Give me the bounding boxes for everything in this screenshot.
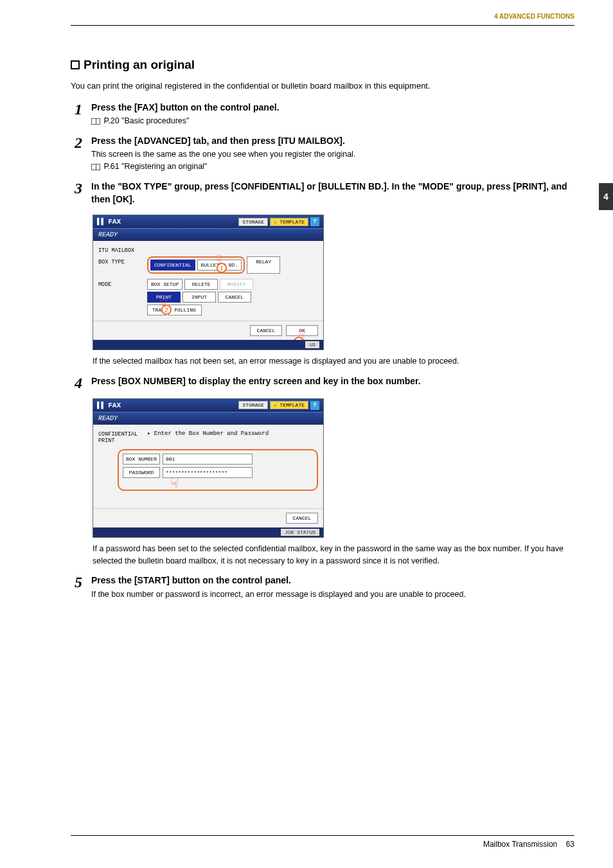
status-chip: US [305,341,319,348]
step-2: 2 Press the [ADVANCED] tab, and then pre… [71,135,574,173]
modify-button[interactable]: MODIFY [220,279,253,290]
storage-button[interactable]: STORAGE [238,401,268,409]
fax-screen-boxnumber: ▌▌ FAX STORAGE ☆ TEMPLATE ? READY CONFID… [93,398,324,538]
hand-icon: ☟ [160,297,167,311]
confidential-button[interactable]: CONFIDENTIAL [150,260,195,270]
confidential-print-label: CONFIDENTIAL PRINT [98,429,143,444]
boxtype-label: BOX TYPE [98,256,143,265]
box-number-field[interactable]: 001 [163,454,253,465]
step-number: 4 [71,375,82,391]
step-4: 4 Press [BOX NUMBER] to display the entr… [71,375,574,391]
square-bullet-icon [71,60,80,69]
hand-icon: ☟ [215,252,222,267]
section-title: Printing an original [71,58,574,72]
step-ref: P.61 "Registering an original" [91,161,574,173]
step-1: 1 Press the [FAX] button on the control … [71,102,574,127]
fax-label: FAX [108,218,121,226]
delete-button[interactable]: DELETE [184,279,218,290]
ready-bar: READY [93,412,323,425]
boxtype-highlight: CONFIDENTIAL BULLETIN BD. [147,256,245,274]
step-5: 5 Press the [START] button on the contro… [71,574,574,600]
step3-note: If the selected mailbox has not been set… [93,355,574,368]
book-icon [91,164,100,170]
screen-statusbar: JOB STATUS [93,527,323,537]
step-title: Press the [START] button on the control … [91,574,574,587]
step-3: 3 In the "BOX TYPE" group, press [CONFID… [71,181,574,207]
step-number: 3 [71,181,82,207]
step-title: Press [BOX NUMBER] to display the entry … [91,375,574,388]
section-title-text: Printing an original [84,58,195,72]
step-subtext: This screen is the same as the one you s… [91,148,574,161]
relay-button[interactable]: RELAY [247,256,280,274]
footer-page: 63 [566,840,574,849]
step-title: Press the [ADVANCED] tab, and then press… [91,135,574,148]
itu-mailbox-label: ITU MAILBOX [98,245,143,254]
password-button[interactable]: PASSWORD [123,467,160,478]
step-title: Press the [FAX] button on the control pa… [91,102,574,114]
input-button[interactable]: INPUT [182,292,216,303]
page-footer: Mailbox Transmission 63 [71,835,574,849]
chapter-tab: 4 [599,183,613,210]
step4-note: If a password has been set to the select… [93,543,574,567]
cancel-button[interactable]: CANCEL [286,513,318,524]
mode-label: MODE [98,279,143,288]
template-button[interactable]: ☆ TEMPLATE [270,401,308,409]
section-intro: You can print the original registered in… [71,80,574,93]
footer-section: Mailbox Transmission [483,840,557,849]
screen-footer: CANCEL OK 3 ☟ [93,321,323,340]
header-breadcrumb: 4 ADVANCED FUNCTIONS [71,13,574,26]
help-button[interactable]: ? [310,217,319,226]
polling-button[interactable]: POLLING [168,305,202,315]
storage-button[interactable]: STORAGE [238,218,268,226]
screen-footer: CANCEL [93,508,323,527]
book-icon [91,118,100,125]
step-number: 1 [71,102,82,127]
hand-icon: ☟ [170,475,179,492]
step-subtext: If the box number or password is incorre… [91,589,574,601]
step-title: In the "BOX TYPE" group, press [CONFIDEN… [91,181,574,206]
screen-titlebar: ▌▌ FAX STORAGE ☆ TEMPLATE ? [93,215,323,228]
fax-label: FAX [108,402,121,409]
box-setup-button[interactable]: BOX SETUP [147,279,182,290]
step-ref-text: P.61 "Registering an original" [103,162,207,171]
screen-statusbar: US [93,340,323,350]
input-highlight-group: BOX NUMBER 001 PASSWORD ****************… [118,449,318,491]
fax-icon: ▌▌ [97,402,105,409]
step-ref: P.20 "Basic procedures" [91,115,574,127]
job-status-chip[interactable]: JOB STATUS [281,529,319,536]
help-button[interactable]: ? [310,401,319,410]
box-number-button[interactable]: BOX NUMBER [123,454,160,465]
prompt-text: ▸ Enter the Box Number and Password [147,429,269,437]
fax-icon: ▌▌ [97,218,105,226]
cancel-mode-button[interactable]: CANCEL [218,292,251,303]
screen-titlebar: ▌▌ FAX STORAGE ☆ TEMPLATE ? [93,399,323,412]
ready-bar: READY [93,228,323,241]
template-button[interactable]: ☆ TEMPLATE [270,218,308,226]
fax-screen-boxtype: ▌▌ FAX STORAGE ☆ TEMPLATE ? READY ITU MA… [93,215,324,350]
step-number: 5 [71,574,82,600]
cancel-button[interactable]: CANCEL [250,325,282,336]
step-ref-text: P.20 "Basic procedures" [103,116,189,125]
step-number: 2 [71,135,82,173]
